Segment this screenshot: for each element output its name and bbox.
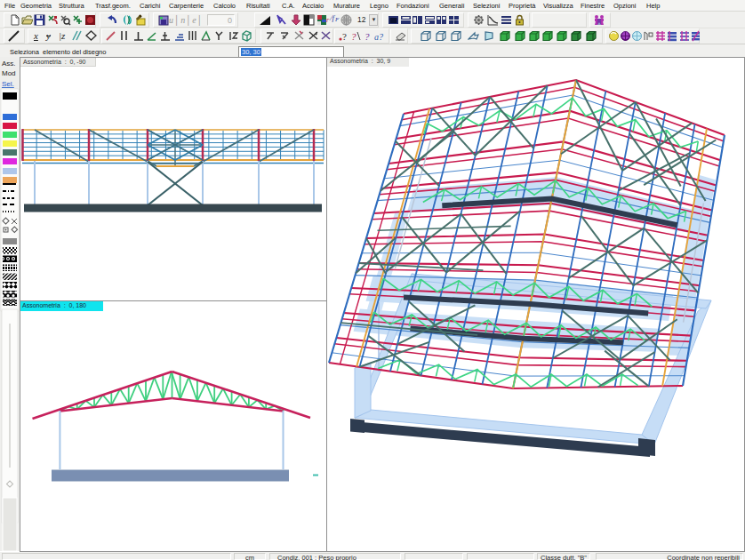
svg-text:a?: a?: [374, 32, 383, 42]
svg-text:?: ?: [351, 31, 356, 42]
svg-text:Sel.: Sel.: [2, 80, 14, 88]
svg-text:?: ?: [364, 31, 370, 42]
svg-text:Mod: Mod: [2, 69, 16, 77]
svg-text:?: ?: [342, 31, 347, 42]
svg-text:Ass.: Ass.: [2, 60, 16, 68]
